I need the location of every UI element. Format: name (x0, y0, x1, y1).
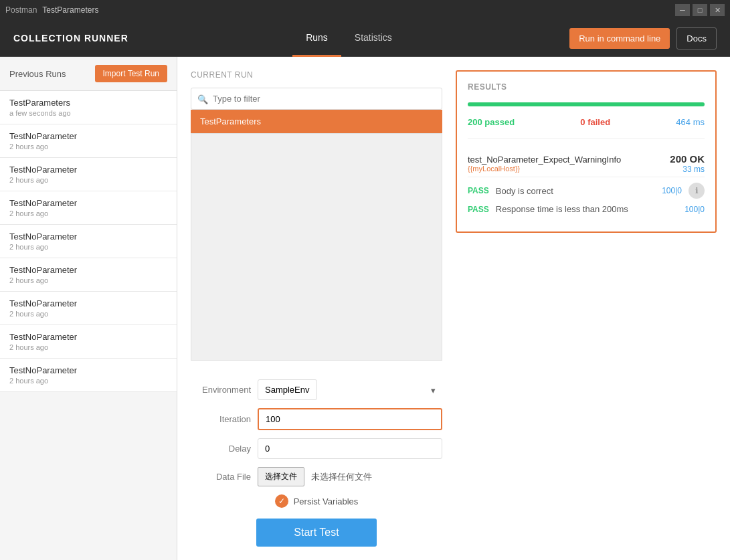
data-file-row: Data File 选择文件 未选择任何文件 (191, 467, 442, 486)
content-area: CURRENT RUN 🔍 TestParameters Environment… (177, 57, 456, 560)
current-run-label: CURRENT RUN (191, 70, 442, 80)
test-counts-1: 100|0 (685, 205, 705, 214)
tab-runs[interactable]: Runs (292, 20, 341, 57)
result-test-name: test_NoParameter_Expect_WarningInfo (468, 155, 621, 165)
sidebar-item-6[interactable]: TestNoParameter 2 hours ago (0, 292, 177, 325)
environment-select[interactable]: SampleEnv DevEnv ProdEnv (258, 379, 317, 400)
sidebar-item-2[interactable]: TestNoParameter 2 hours ago (0, 158, 177, 191)
app-header: COLLECTION RUNNER Runs Statistics Run in… (0, 20, 730, 57)
maximize-button[interactable]: □ (693, 4, 707, 16)
result-host: {{myLocalHost}} (468, 165, 621, 173)
start-test-button[interactable]: Start Test (256, 519, 377, 547)
sidebar-title: Previous Runs (9, 69, 66, 79)
progress-bar-wrap (468, 102, 705, 106)
test-desc-0: Body is correct (496, 186, 655, 196)
result-status-code: 200 OK (670, 153, 705, 165)
minimize-button[interactable]: ─ (675, 4, 690, 16)
sidebar: Previous Runs Import Test Run TestParame… (0, 57, 177, 560)
persist-label: Persist Variables (294, 496, 359, 506)
import-test-run-button[interactable]: Import Test Run (95, 65, 167, 82)
tab-statistics[interactable]: Statistics (341, 20, 405, 57)
result-entry-left: test_NoParameter_Expect_WarningInfo {{my… (468, 155, 621, 173)
sidebar-item-3[interactable]: TestNoParameter 2 hours ago (0, 191, 177, 225)
header-tabs: Runs Statistics (292, 20, 405, 57)
test-result-row-1: PASS Response time is less than 200ms 10… (468, 201, 705, 217)
sidebar-item-5[interactable]: TestNoParameter 2 hours ago (0, 258, 177, 292)
iteration-input[interactable] (258, 408, 442, 430)
info-icon-0[interactable]: ℹ (689, 183, 705, 199)
sidebar-list: TestParameters a few seconds ago TestNoP… (0, 91, 177, 392)
results-panel: RESULTS 200 passed 0 failed 464 ms test_… (456, 70, 717, 233)
result-entry-header: test_NoParameter_Expect_WarningInfo {{my… (468, 153, 705, 174)
main-layout: Previous Runs Import Test Run TestParame… (0, 57, 730, 560)
test-item-active[interactable]: TestParameters (191, 110, 442, 133)
test-desc-1: Response time is less than 200ms (496, 204, 678, 214)
sidebar-item-7[interactable]: TestNoParameter 2 hours ago (0, 325, 177, 359)
app-name-label: Postman (5, 5, 37, 15)
iteration-label: Iteration (191, 414, 251, 424)
delay-label: Delay (191, 444, 251, 454)
title-bar: Postman TestParameters ─ □ ✕ (0, 0, 730, 20)
results-title: RESULTS (468, 82, 705, 92)
result-entry-time: 33 ms (670, 165, 705, 174)
entry-divider (468, 177, 705, 177)
progress-bar-fill (468, 102, 705, 106)
sidebar-header: Previous Runs Import Test Run (0, 57, 177, 91)
environment-row: Environment SampleEnv DevEnv ProdEnv (191, 379, 442, 400)
results-summary: 200 passed 0 failed 464 ms (468, 117, 705, 127)
environment-select-wrapper: SampleEnv DevEnv ProdEnv (258, 379, 442, 400)
form-section: Environment SampleEnv DevEnv ProdEnv Ite… (191, 379, 442, 547)
passed-label: 200 passed (468, 117, 515, 127)
test-list: TestParameters (191, 110, 442, 133)
delay-input[interactable] (258, 438, 442, 459)
pass-badge-0: PASS (468, 186, 489, 195)
tab-label: TestParameters (42, 5, 98, 15)
total-time-label: 464 ms (676, 117, 705, 127)
no-file-label: 未选择任何文件 (311, 471, 372, 483)
run-command-button[interactable]: Run in command line (569, 28, 670, 49)
data-file-label: Data File (191, 472, 251, 482)
close-button[interactable]: ✕ (710, 4, 725, 16)
test-result-row-0: PASS Body is correct 100|0 ℹ (468, 180, 705, 201)
test-counts-0: 100|0 (662, 186, 682, 195)
result-entry-right: 200 OK 33 ms (670, 153, 705, 174)
sidebar-item-4[interactable]: TestNoParameter 2 hours ago (0, 225, 177, 258)
failed-label: 0 failed (580, 117, 610, 127)
sidebar-item-8[interactable]: TestNoParameter 2 hours ago (0, 359, 177, 392)
docs-button[interactable]: Docs (676, 27, 717, 50)
app-title: COLLECTION RUNNER (13, 33, 128, 43)
result-entry: test_NoParameter_Expect_WarningInfo {{my… (468, 149, 705, 221)
pass-badge-1: PASS (468, 205, 489, 214)
delay-row: Delay (191, 438, 442, 459)
iteration-row: Iteration (191, 408, 442, 430)
filter-wrap: 🔍 (191, 88, 442, 110)
environment-label: Environment (191, 385, 251, 395)
results-divider (468, 138, 705, 138)
search-icon: 🔍 (197, 94, 208, 104)
persist-check-icon[interactable]: ✓ (275, 494, 288, 508)
sidebar-item-1[interactable]: TestNoParameter 2 hours ago (0, 124, 177, 158)
filter-input[interactable] (191, 88, 442, 110)
sidebar-item-0[interactable]: TestParameters a few seconds ago (0, 91, 177, 124)
choose-file-button[interactable]: 选择文件 (258, 467, 304, 486)
persist-row: ✓ Persist Variables (191, 494, 442, 508)
